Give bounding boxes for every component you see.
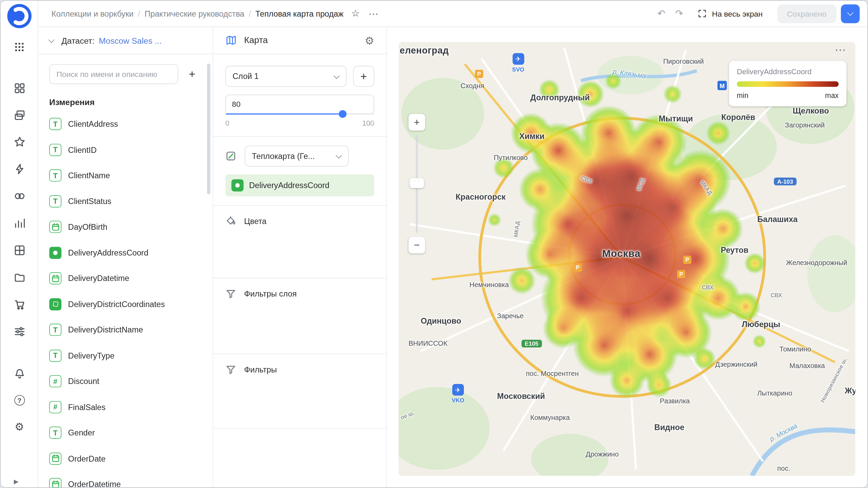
field-row-DeliveryAddressCoord[interactable]: DeliveryAddressCoord [49, 240, 201, 266]
quick-actions-icon[interactable] [1, 163, 38, 175]
field-type-date-icon [49, 221, 61, 233]
datalens-logo[interactable] [7, 4, 32, 28]
field-type-number-icon: # [49, 375, 61, 387]
opacity-slider-track[interactable] [226, 114, 374, 115]
legend-title: DeliveryAddressCoord [737, 67, 839, 76]
field-type-string-icon: T [49, 427, 61, 439]
filters-funnel-icon [225, 364, 236, 375]
monitoring-icon[interactable] [1, 190, 38, 202]
field-row-ClientAddress[interactable]: TClientAddress [49, 111, 201, 137]
geofield-chip-label: DeliveryAddressCoord [249, 181, 330, 190]
breadcrumb-item[interactable]: Практические руководства [145, 9, 244, 18]
search-input[interactable] [49, 64, 178, 84]
opacity-slider-knob[interactable] [339, 110, 347, 118]
field-row-OrderDatetime[interactable]: OrderDatetime [49, 471, 201, 487]
dashboards-icon[interactable] [1, 82, 38, 94]
breadcrumb-item[interactable]: Тепловая карта продаж [255, 9, 343, 18]
field-label: Gender [68, 428, 95, 437]
storage-folder-icon[interactable] [1, 272, 38, 283]
zoom-slider-handle[interactable]: · · · · [410, 178, 424, 188]
map-settings-gear-icon[interactable]: ⚙ [365, 34, 374, 47]
layer-select[interactable]: Слой 1 [225, 66, 347, 87]
dimensions-title: Измерения [49, 97, 201, 107]
field-row-DeliveryDistrictCoordinates[interactable]: DeliveryDistrictCoordinates [49, 291, 201, 317]
layer-type-select[interactable]: Теплокарта (Ге... [245, 145, 349, 166]
field-row-ClientStatus[interactable]: TClientStatus [49, 188, 201, 214]
field-label: DeliveryAddressCoord [68, 248, 149, 257]
zoom-out-button[interactable]: − [409, 237, 425, 253]
field-row-ClientID[interactable]: TClientID [49, 137, 201, 163]
favorite-star-icon[interactable]: ☆ [351, 8, 360, 19]
field-label: Discount [68, 377, 99, 386]
filters-section[interactable]: Фильтры [225, 364, 374, 375]
field-type-string-icon: T [49, 195, 61, 207]
fullscreen-button[interactable]: На весь экран [697, 9, 763, 18]
apps-grid-icon[interactable] [1, 41, 38, 53]
marketplace-cart-icon[interactable] [1, 299, 38, 310]
field-label: OrderDate [68, 454, 106, 463]
field-row-DeliveryDatetime[interactable]: DeliveryDatetime [49, 266, 201, 291]
field-type-string-icon: T [49, 349, 61, 362]
field-type-string-icon: T [49, 118, 61, 130]
settings-gear-icon[interactable]: ⚙ [1, 422, 38, 433]
field-type-geopoint-icon [49, 247, 61, 259]
layer-filters-funnel-icon [225, 288, 236, 300]
field-type-geopolygon-icon [49, 298, 61, 310]
field-row-Gender[interactable]: TGender [49, 420, 201, 446]
add-layer-button[interactable]: + [353, 66, 374, 87]
field-type-string-icon: T [49, 324, 61, 336]
left-rail: ? ⚙ ▶ [1, 1, 38, 488]
field-row-ClientName[interactable]: TClientName [49, 163, 201, 188]
collections-icon[interactable] [1, 109, 38, 121]
geofield-chip[interactable]: DeliveryAddressCoord [225, 174, 374, 196]
charts-icon[interactable] [1, 218, 38, 229]
breadcrumb-separator: / [249, 9, 251, 18]
map-area: еленоградСходняДолгопрудныйПироговскийр.… [387, 27, 867, 487]
field-type-number-icon: # [49, 401, 61, 413]
dataset-collapse-chevron-icon[interactable] [48, 36, 55, 42]
dimensions-list: TClientAddressTClientIDTClientNameTClien… [49, 111, 201, 487]
legend-min-label: min [737, 91, 748, 99]
map-menu-button[interactable]: ⋯ [835, 43, 846, 56]
undo-icon[interactable]: ↶ [657, 8, 665, 19]
saved-button[interactable]: Сохранено [777, 4, 836, 23]
field-label: DeliveryDistrictName [68, 325, 143, 334]
redo-icon[interactable]: ↷ [675, 8, 683, 19]
visualization-title: Карта [244, 35, 268, 45]
colors-bucket-icon [225, 216, 236, 227]
app-window: ? ⚙ ▶ Коллекции и воркбуки/Практические … [0, 0, 868, 488]
opacity-min-label: 0 [225, 119, 229, 127]
field-row-DeliveryType[interactable]: TDeliveryType [49, 343, 201, 368]
save-dropdown-button[interactable] [841, 4, 860, 23]
map-canvas-area[interactable]: еленоградСходняДолгопрудныйПироговскийр.… [399, 42, 855, 476]
layer-opacity-control[interactable]: 80 [225, 95, 374, 115]
help-question-glyph: ? [17, 396, 21, 404]
expand-panel-button[interactable]: ▶ [14, 478, 19, 485]
dimensions-scrollbar[interactable] [207, 64, 211, 194]
top-bar: Коллекции и воркбуки/Практические руково… [38, 1, 868, 27]
field-label: FinalSales [68, 403, 106, 411]
dataset-link[interactable]: Moscow Sales ... [99, 36, 162, 45]
more-actions-icon[interactable]: ⋯ [369, 7, 379, 20]
services-sliders-icon[interactable] [1, 326, 38, 338]
field-row-DayOfBirth[interactable]: DayOfBirth [49, 214, 201, 240]
field-label: OrderDatetime [68, 480, 121, 487]
tables-icon[interactable] [1, 245, 38, 256]
layer-filters-label: Фильтры слоя [244, 289, 297, 298]
zoom-in-button[interactable]: + [409, 114, 425, 130]
help-icon[interactable]: ? [1, 395, 38, 406]
notifications-bell-icon[interactable] [1, 368, 38, 380]
fullscreen-icon [697, 9, 707, 18]
breadcrumb-separator: / [138, 9, 140, 18]
add-field-button[interactable]: + [183, 65, 202, 84]
layer-filters-section[interactable]: Фильтры слоя [225, 288, 374, 300]
field-row-Discount[interactable]: #Discount [49, 368, 201, 394]
field-row-FinalSales[interactable]: #FinalSales [49, 394, 201, 420]
field-row-DeliveryDistrictName[interactable]: TDeliveryDistrictName [49, 317, 201, 343]
field-row-OrderDate[interactable]: OrderDate [49, 446, 201, 471]
colors-section[interactable]: Цвета [225, 216, 374, 227]
filters-label: Фильтры [244, 365, 277, 374]
breadcrumb-item[interactable]: Коллекции и воркбуки [52, 9, 134, 18]
dataset-panel: Датасет: Moscow Sales ... + Измерения TC… [38, 27, 213, 487]
favorites-star-icon[interactable] [1, 136, 38, 148]
